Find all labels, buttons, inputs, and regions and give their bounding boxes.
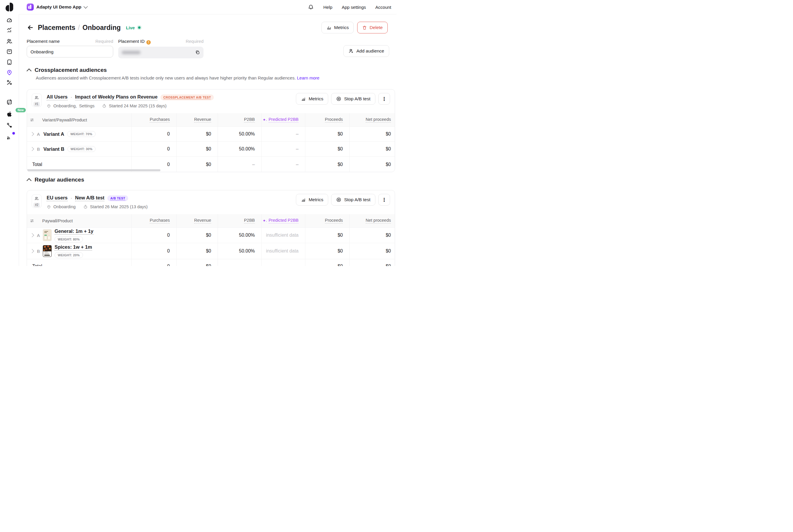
priority-rank: #2 — [34, 203, 40, 207]
test-name-link[interactable]: New A/B test — [75, 195, 104, 201]
devices-icon[interactable] — [6, 59, 13, 66]
net-proceeds-value: $0 — [349, 141, 395, 156]
paywall-name-link[interactable]: Spices: 1w + 1m — [55, 244, 92, 250]
integrations-icon[interactable] — [6, 122, 13, 129]
ab-tests-icon[interactable] — [6, 79, 13, 86]
delete-label: Delete — [369, 25, 383, 30]
placements-icon[interactable] — [6, 69, 13, 76]
bar-chart-icon — [301, 197, 306, 202]
metrics-label: Metrics — [309, 197, 323, 202]
expand-chevron-icon[interactable] — [30, 132, 34, 136]
col-predicted-p2bb[interactable]: Predicted P2BB — [269, 117, 298, 122]
ab-test-badge[interactable]: A/B TEST — [107, 195, 128, 201]
col-p2bb[interactable]: P2BB — [244, 218, 255, 224]
required-hint: Required — [95, 39, 113, 44]
predicted-p2bb-total: – — [261, 259, 305, 266]
regular-section-header: Regular audiences — [27, 176, 84, 183]
col-purchases[interactable]: Purchases — [150, 117, 170, 122]
table-row: B Spices: 1w + 1m WEIGHT: 20% 0 $0 50.00… — [27, 243, 395, 259]
audience-name-link[interactable]: EU users — [46, 195, 68, 201]
trash-icon — [362, 25, 367, 30]
col-proceeds[interactable]: Proceeds — [325, 117, 343, 122]
analytics-icon[interactable] — [6, 27, 13, 34]
card-metrics-button[interactable]: Metrics — [296, 194, 328, 206]
col-purchases[interactable]: Purchases — [150, 218, 170, 224]
stop-ab-test-button[interactable]: Stop A/B test — [331, 93, 375, 105]
proceeds-value: $0 — [305, 127, 349, 141]
expand-chevron-icon[interactable] — [30, 147, 34, 151]
collapse-chevron-icon[interactable] — [27, 68, 32, 73]
users-icon[interactable] — [6, 38, 13, 45]
total-label: Total — [30, 162, 42, 167]
expand-chevron-icon[interactable] — [30, 249, 34, 253]
metrics-button[interactable]: Metrics — [322, 22, 354, 34]
audience-priority-badge[interactable]: #1 — [32, 94, 42, 107]
placement-name-input[interactable] — [27, 46, 113, 57]
app-switcher[interactable]: Adapty UI Demo App — [27, 3, 87, 11]
total-row: Total 0 $0 – – $0 $0 — [27, 259, 395, 266]
notifications-bell-icon[interactable] — [308, 4, 314, 10]
paywall-builder-icon[interactable] — [6, 98, 13, 106]
nav-app-settings[interactable]: App settings — [342, 5, 366, 10]
col-p2bb[interactable]: P2BB — [244, 117, 255, 122]
timer-icon — [83, 205, 88, 209]
test-name-link[interactable]: Impact of Weekly Plans on Revenue — [75, 94, 157, 100]
live-dot-icon — [137, 25, 142, 30]
column-settings-icon[interactable] — [30, 118, 34, 122]
apple-platform-icon[interactable]: New — [6, 111, 13, 118]
col-variant: Variant/Paywall/Product — [42, 118, 87, 122]
p2bb-value: 50.00% — [218, 243, 261, 259]
delete-button[interactable]: Delete — [357, 22, 388, 34]
col-revenue[interactable]: Revenue — [194, 218, 211, 224]
column-settings-icon[interactable] — [30, 218, 34, 223]
purchases-value: 0 — [131, 243, 176, 259]
audience-priority-badge[interactable]: #2 — [32, 194, 42, 208]
col-net-proceeds[interactable]: Net proceeds — [366, 117, 391, 122]
collapse-chevron-icon[interactable] — [27, 178, 32, 183]
placement-id-field: Placement ID! Required — [118, 39, 204, 58]
predicted-p2bb-total: – — [261, 157, 305, 172]
net-proceeds-value: $0 — [349, 228, 395, 243]
expand-chevron-icon[interactable] — [30, 233, 34, 237]
col-proceeds[interactable]: Proceeds — [325, 218, 343, 224]
total-label: Total — [30, 264, 42, 266]
col-revenue[interactable]: Revenue — [194, 117, 211, 122]
horizontal-scrollbar[interactable] — [27, 169, 160, 171]
breadcrumb-root[interactable]: Placements — [38, 24, 75, 32]
revenue-value: $0 — [176, 228, 218, 243]
more-options-button[interactable]: ⋮ — [378, 93, 390, 105]
placement-link[interactable]: Onboarding, — [53, 103, 77, 108]
timer-icon — [102, 104, 107, 108]
nav-help[interactable]: Help — [323, 5, 332, 10]
proceeds-total: $0 — [305, 259, 349, 266]
store-icon[interactable] — [6, 48, 13, 55]
placement-link[interactable]: Settings — [79, 103, 94, 108]
proceeds-value: $0 — [305, 141, 349, 156]
card-metrics-button[interactable]: Metrics — [296, 93, 328, 105]
nav-account[interactable]: Account — [375, 5, 391, 10]
audience-name-link[interactable]: All Users — [46, 94, 68, 100]
placement-link[interactable]: Onboarding — [53, 204, 76, 209]
revenue-value: $0 — [176, 141, 218, 156]
proceeds-value: $0 — [305, 228, 349, 243]
adapty-logo-icon — [5, 3, 14, 12]
col-predicted-p2bb[interactable]: Predicted P2BB — [269, 218, 298, 224]
dashboard-icon[interactable] — [6, 16, 13, 23]
kebab-icon: ⋮ — [382, 197, 387, 202]
copy-icon[interactable] — [195, 50, 200, 55]
crossplacement-ab-test-badge[interactable]: CROSSPLACEMENT A/B TEST — [160, 94, 214, 100]
location-pin-icon — [46, 205, 51, 209]
feed-icon[interactable] — [6, 133, 13, 140]
col-net-proceeds[interactable]: Net proceeds — [366, 218, 391, 224]
learn-more-link[interactable]: Learn more — [297, 75, 320, 80]
sparkle-icon: ✦˖ — [263, 218, 267, 223]
dot-separator: · — [71, 196, 72, 201]
placement-id-label: Placement ID! — [118, 39, 151, 44]
more-options-button[interactable]: ⋮ — [378, 194, 390, 206]
stop-ab-test-button[interactable]: Stop A/B test — [331, 194, 375, 206]
paywalls-table: Paywall/Product Purchases Revenue P2BB ✦… — [27, 214, 395, 266]
metrics-label: Metrics — [334, 25, 349, 30]
back-arrow-icon[interactable] — [27, 24, 34, 31]
paywall-name-link[interactable]: General: 1m + 1y — [55, 228, 94, 235]
add-audience-button[interactable]: Add audience — [343, 45, 389, 57]
